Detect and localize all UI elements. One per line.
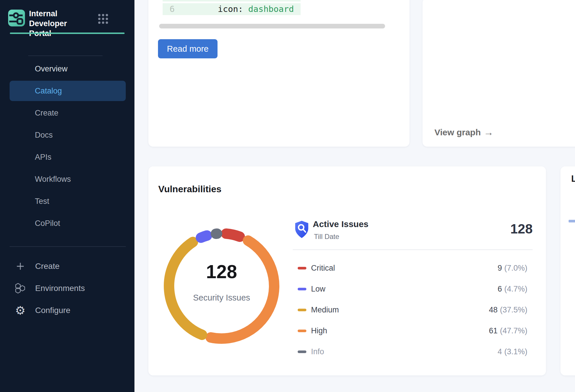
sidebar-item-label: Catalog <box>35 87 62 96</box>
vulnerabilities-card: Vulnerabilities 128 Security Issues Acti… <box>148 166 546 375</box>
legend-row-low[interactable]: Low 6 (4.7%) <box>293 278 533 299</box>
legend-label: Info <box>311 347 497 356</box>
legend-percent: (7.0%) <box>504 264 527 273</box>
legend-percent: (37.5%) <box>500 305 527 314</box>
legend-row-high[interactable]: High 61 (47.7%) <box>293 320 533 341</box>
sidebar-item-docs[interactable]: Docs <box>10 125 126 145</box>
sidebar-item-overview[interactable]: Overview <box>10 59 126 79</box>
donut-segment-high[interactable] <box>211 241 274 339</box>
legend-label: Critical <box>311 264 497 273</box>
legend-label: High <box>311 326 489 335</box>
sidebar: Internal Developer Portal Overview Catal… <box>0 0 134 392</box>
summary-total: 128 <box>510 221 533 237</box>
about-card: 6 icon: dashboard Read more <box>148 0 409 147</box>
legend-row-info[interactable]: Info 4 (3.1%) <box>293 341 533 362</box>
clipped-right-card: L <box>560 166 575 375</box>
code-line-6: 6 icon: dashboard <box>163 3 301 15</box>
sidebar-item-apis[interactable]: APIs <box>10 147 126 167</box>
donut-segment-medium[interactable] <box>169 242 202 335</box>
gear-icon: ⚙ <box>14 304 26 317</box>
code-line-number: 6 <box>170 3 175 15</box>
summary-title: Active Issues <box>313 219 369 229</box>
arrow-right-icon: → <box>484 127 494 138</box>
legend-percent: (3.1%) <box>504 347 527 356</box>
sidebar-item-catalog[interactable]: Catalog <box>10 81 126 101</box>
legend-row-critical[interactable]: Critical 9 (7.0%) <box>293 258 533 278</box>
sidebar-item-test[interactable]: Test <box>10 191 126 211</box>
sidebar-bottom-nav: Create Environments ⚙ Configure <box>10 257 126 323</box>
code-value: dashboard <box>248 4 294 14</box>
sidebar-item-label: CoPilot <box>35 219 60 228</box>
code-text: icon: dashboard <box>218 3 294 15</box>
sidebar-item-label: Configure <box>35 306 70 315</box>
sidebar-item-environments[interactable]: Environments <box>10 279 126 298</box>
sidebar-divider-top <box>28 55 103 56</box>
legend-value: 61 <box>489 326 497 335</box>
shield-search-icon <box>294 221 309 239</box>
read-more-button[interactable]: Read more <box>158 39 218 58</box>
sidebar-item-copilot[interactable]: CoPilot <box>10 213 126 233</box>
legend-value: 4 <box>497 347 502 356</box>
critical-color-pill <box>298 267 306 269</box>
legend-value: 48 <box>489 305 497 314</box>
app-logo-icon <box>8 10 25 26</box>
severity-legend: Critical 9 (7.0%) Low 6 (4.7%) Medium 48… <box>293 258 533 362</box>
low-color-pill <box>298 288 306 290</box>
hexagons-icon <box>14 282 26 294</box>
high-color-pill <box>298 330 306 332</box>
active-issues-summary: Active Issues Till Date 128 <box>293 216 533 251</box>
sidebar-accent-rule <box>10 33 125 34</box>
legend-value: 6 <box>497 285 502 294</box>
legend-label: Medium <box>311 305 489 314</box>
donut-segment-low[interactable] <box>201 235 207 238</box>
legend-percent: (47.7%) <box>500 326 527 335</box>
sidebar-item-workflows[interactable]: Workflows <box>10 169 126 189</box>
sidebar-item-create-action[interactable]: Create <box>10 257 126 276</box>
sidebar-item-label: Workflows <box>35 175 71 184</box>
view-graph-label: View graph <box>434 127 481 137</box>
sidebar-item-create[interactable]: Create <box>10 103 126 123</box>
summary-divider <box>293 249 533 250</box>
donut-segment-critical[interactable] <box>226 234 240 237</box>
app-header: Internal Developer Portal <box>8 10 127 30</box>
clipped-bar-chart-segment <box>569 220 575 222</box>
sidebar-item-label: Docs <box>35 131 53 140</box>
apps-grid-icon[interactable] <box>98 14 108 24</box>
sidebar-item-label: APIs <box>35 153 51 162</box>
plus-icon <box>14 260 26 272</box>
legend-label: Low <box>311 285 497 294</box>
info-color-pill <box>298 350 306 353</box>
legend-value: 9 <box>497 264 502 273</box>
sidebar-divider-bottom <box>10 246 126 247</box>
sidebar-item-label: Create <box>35 262 60 271</box>
view-graph-link[interactable]: View graph → <box>434 127 494 138</box>
sidebar-item-label: Environments <box>35 284 85 293</box>
legend-percent: (4.7%) <box>504 285 527 294</box>
clipped-card-title: L <box>571 174 575 184</box>
sidebar-nav: Overview Catalog Create Docs APIs Workfl… <box>10 59 126 235</box>
legend-row-medium[interactable]: Medium 48 (37.5%) <box>293 299 533 320</box>
sidebar-item-configure[interactable]: ⚙ Configure <box>10 301 126 320</box>
sidebar-item-label: Create <box>35 109 58 118</box>
medium-color-pill <box>298 309 306 311</box>
code-horizontal-scrollbar[interactable] <box>159 24 385 28</box>
sidebar-item-label: Overview <box>35 64 68 73</box>
sidebar-item-label: Test <box>35 197 49 206</box>
summary-subtitle: Till Date <box>314 233 339 241</box>
graph-card: View graph → <box>423 0 575 147</box>
vulnerabilities-title: Vulnerabilities <box>158 184 222 195</box>
security-donut[interactable] <box>160 224 283 348</box>
code-line-5-partial <box>163 0 301 1</box>
